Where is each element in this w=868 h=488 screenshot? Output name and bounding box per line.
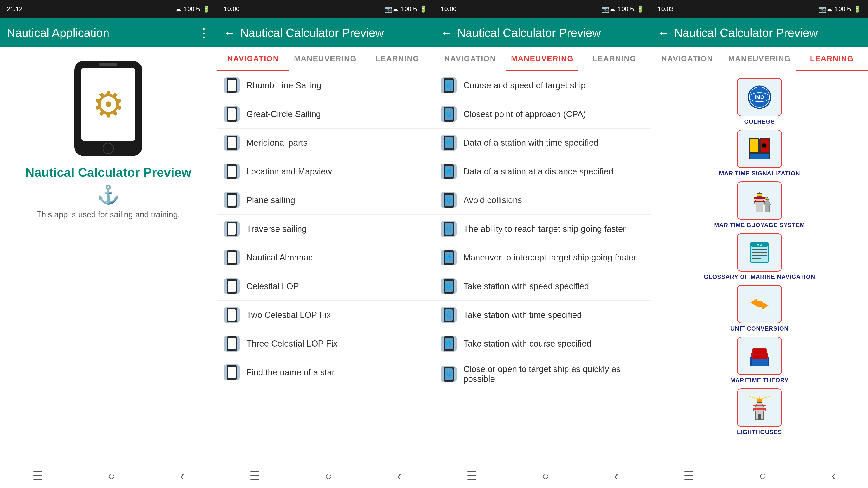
list-item[interactable]: Location and Mapview — [217, 157, 434, 186]
lighthouses-svg-icon — [747, 395, 772, 420]
back-button-panel3[interactable]: ← — [441, 26, 453, 39]
item-icon — [224, 164, 240, 180]
list-item[interactable]: Three Celestial LOP Fix — [217, 329, 434, 358]
learning-item-theory[interactable]: MARITIME THEORY — [730, 337, 789, 384]
nav-tabs-panel3: NAVIGATION MANEUVERING LEARNING — [434, 47, 651, 71]
item-label: The ability to reach target ship going f… — [463, 224, 626, 234]
nav-menu-icon[interactable]: ☰ — [250, 469, 260, 483]
tab-learning-p3[interactable]: LEARNING — [579, 47, 651, 71]
header-title-panel2: Nautical Calculator Preview — [240, 26, 384, 39]
app-header-panel1: Nautical Application ⋮ — [0, 18, 217, 47]
list-item[interactable]: 🌐 Closest point of approach (CPA) — [434, 100, 651, 129]
nav-home-icon[interactable]: ○ — [108, 469, 115, 483]
list-item[interactable]: 🌐 The ability to reach target ship going… — [434, 215, 651, 243]
nav-menu-icon[interactable]: ☰ — [33, 469, 43, 483]
app-header-panel2: ← Nautical Calculator Preview — [217, 18, 434, 47]
svg-rect-20 — [752, 249, 767, 250]
panel-maneuvering: ← Nautical Calculator Preview NAVIGATION… — [434, 18, 651, 488]
nav-menu-icon[interactable]: ☰ — [684, 469, 694, 483]
svg-rect-14 — [754, 197, 765, 199]
tab-navigation-p2[interactable]: NAVIGATION — [217, 47, 289, 71]
list-item[interactable]: 🌐 Maneuver to intercept target ship goin… — [434, 243, 651, 272]
icons-panel1: ☁ 100%🔋 — [175, 5, 210, 13]
list-item[interactable]: 🌐 Course and speed of target ship — [434, 71, 651, 100]
nav-menu-icon[interactable]: ☰ — [467, 469, 477, 483]
buoyage-icon-box — [737, 182, 782, 220]
item-label: Closest point of approach (CPA) — [463, 109, 586, 119]
item-icon: 🌐 — [441, 164, 457, 180]
time-panel1: 21:12 — [7, 5, 23, 13]
learning-item-signalization[interactable]: MARITIME SIGNALIZATION — [719, 130, 800, 177]
list-item[interactable]: Great-Circle Sailing — [217, 100, 434, 129]
list-item[interactable]: 🌐 Data of a station with time specified — [434, 129, 651, 157]
item-label-take-station-speed: Take station with speed specified — [463, 282, 589, 291]
learning-item-buoyage[interactable]: MARITIME BUOYAGE SYSTEM — [714, 182, 805, 229]
tab-learning-p4[interactable]: LEARNING — [796, 47, 868, 71]
item-icon — [224, 250, 240, 265]
svg-rect-27 — [757, 301, 762, 304]
glossary-svg-icon: A-Z — [747, 240, 772, 265]
list-item-take-station-speed[interactable]: 🌐 Take station with speed specified — [434, 272, 651, 301]
list-item[interactable]: Two Celestial LOP Fix — [217, 301, 434, 329]
item-label: Find the name of a star — [246, 367, 335, 377]
nav-back-icon[interactable]: ‹ — [180, 469, 184, 483]
svg-rect-13 — [754, 201, 765, 202]
svg-rect-29 — [757, 304, 762, 307]
nav-home-icon[interactable]: ○ — [759, 469, 766, 483]
list-item[interactable]: Traverse sailing — [217, 215, 434, 243]
learning-item-lighthouses[interactable]: LIGHTHOUSES — [737, 388, 782, 435]
back-button-panel2[interactable]: ← — [224, 26, 236, 39]
conversion-icon-box — [737, 285, 782, 323]
svg-rect-17 — [765, 198, 768, 199]
nav-back-icon[interactable]: ‹ — [397, 469, 401, 483]
tab-navigation-p4[interactable]: NAVIGATION — [651, 47, 723, 71]
conversion-svg-icon — [747, 292, 772, 317]
list-item[interactable]: Meridional parts — [217, 129, 434, 157]
list-item[interactable]: Plane sailing — [217, 186, 434, 215]
list-item[interactable]: 🌐 Take station with time specified — [434, 301, 651, 329]
nav-home-icon[interactable]: ○ — [542, 469, 549, 483]
icons-panel3: 📷☁ 100%🔋 — [601, 5, 644, 13]
header-title-panel4: Nautical Calculator Preview — [674, 26, 818, 39]
tab-navigation-p3[interactable]: NAVIGATION — [434, 47, 506, 71]
back-button-panel4[interactable]: ← — [658, 26, 670, 39]
item-label: Close or open to target ship as quickly … — [463, 364, 644, 384]
item-icon: 🌐 — [441, 278, 457, 294]
svg-rect-15 — [765, 205, 770, 212]
list-item[interactable]: 🌐 Avoid collisions — [434, 186, 651, 215]
nav-back-icon[interactable]: ‹ — [832, 469, 835, 483]
time-panel2: 10:00 — [224, 5, 240, 13]
app-header-panel3: ← Nautical Calculator Preview — [434, 18, 651, 47]
svg-rect-34 — [752, 353, 753, 359]
nav-back-icon[interactable]: ‹ — [614, 469, 618, 483]
signalization-label: MARITIME SIGNALIZATION — [719, 170, 800, 177]
list-item[interactable]: 🌐 Data of a station at a distance specif… — [434, 157, 651, 186]
item-icon — [224, 106, 240, 122]
phone-screen: ⚙ — [81, 68, 135, 140]
list-item[interactable]: Find the name of a star — [217, 358, 434, 387]
item-label: Celestial LOP — [246, 282, 299, 291]
tab-maneuvering-p2[interactable]: MANEUVERING — [289, 47, 361, 71]
list-item[interactable]: 🌐 Close or open to target ship as quickl… — [434, 358, 651, 390]
item-icon: 🌐 — [441, 336, 457, 352]
tab-maneuvering-p3[interactable]: MANEUVERING — [506, 47, 578, 71]
learning-item-glossary[interactable]: A-Z GLOSSARY OF MARINE NAVIGATION — [704, 233, 815, 281]
menu-icon[interactable]: ⋮ — [198, 26, 210, 39]
list-item[interactable]: Rhumb-Line Sailing — [217, 71, 434, 100]
learning-grid: IMO COLREGS — [651, 71, 868, 463]
list-item[interactable]: Nautical Almanac — [217, 243, 434, 272]
app-name-title: Nautical Application — [7, 26, 110, 39]
panel-app-info: Nautical Application ⋮ ⚙ Nautical Calcul… — [0, 18, 217, 488]
tab-learning-p2[interactable]: LEARNING — [362, 47, 434, 71]
svg-rect-39 — [753, 408, 766, 410]
list-item[interactable]: 🌐 Take station with course specified — [434, 329, 651, 358]
nav-home-icon[interactable]: ○ — [325, 469, 332, 483]
glossary-label: GLOSSARY OF MARINE NAVIGATION — [704, 273, 815, 281]
learning-item-colregs[interactable]: IMO COLREGS — [737, 78, 782, 125]
nav-tabs-panel4: NAVIGATION MANEUVERING LEARNING — [651, 47, 868, 71]
learning-item-conversion[interactable]: UNIT CONVERSION — [730, 285, 789, 332]
tab-maneuvering-p4[interactable]: MANEUVERING — [723, 47, 796, 71]
list-item[interactable]: Celestial LOP — [217, 272, 434, 301]
app-info-content: ⚙ Nautical Calculator Preview ⚓ This app… — [0, 47, 217, 463]
item-icon — [224, 336, 240, 352]
